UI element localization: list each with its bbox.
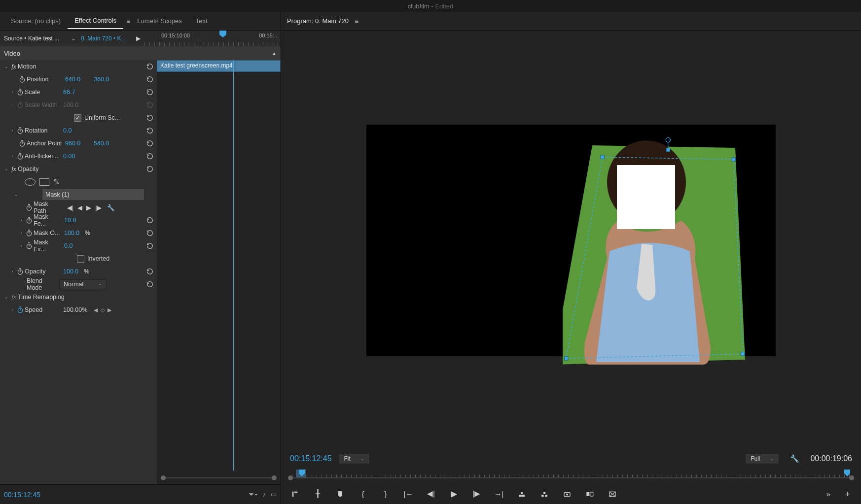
reset-button[interactable] bbox=[146, 127, 154, 134]
resolution-select[interactable]: Full ⌄ bbox=[745, 453, 779, 464]
effect-time-remap-row[interactable]: ⌄ fx Time Remapping bbox=[0, 291, 157, 303]
mask-name-label[interactable]: Mask (1) bbox=[42, 189, 144, 200]
stopwatch-icon[interactable] bbox=[16, 127, 25, 134]
reset-button[interactable] bbox=[146, 229, 154, 237]
scale-row[interactable]: › Scale 66.7 bbox=[0, 86, 157, 99]
twisty-icon[interactable]: › bbox=[9, 269, 16, 274]
mask-track-settings-icon[interactable]: 🔧 bbox=[107, 204, 115, 211]
safe-margins-icon[interactable] bbox=[608, 489, 617, 498]
mask-opacity-row[interactable]: › Mask O... 100.0 % bbox=[0, 227, 157, 239]
reset-button[interactable] bbox=[146, 280, 154, 288]
sequence-label[interactable]: 0. Main 720 • Ka... bbox=[78, 35, 132, 42]
reset-button[interactable] bbox=[146, 165, 154, 173]
stopwatch-icon[interactable] bbox=[25, 242, 34, 250]
play-only-icon[interactable]: ▶ bbox=[132, 35, 144, 42]
program-monitor-area[interactable] bbox=[281, 31, 861, 450]
panel-menu-icon[interactable]: ≡ bbox=[126, 17, 130, 25]
pen-mask-icon[interactable]: ✎ bbox=[53, 177, 60, 186]
antiflicker-row[interactable]: › Anti-flicker... 0.00 bbox=[0, 150, 157, 163]
twisty-icon[interactable]: › bbox=[18, 231, 25, 235]
playhead-line[interactable] bbox=[233, 60, 234, 470]
program-scrub-bar[interactable] bbox=[281, 468, 861, 483]
video-section-header[interactable]: Video ▲ bbox=[0, 46, 281, 60]
effect-motion-row[interactable]: ⌄ fx Motion bbox=[0, 60, 157, 73]
lift-icon[interactable] bbox=[517, 489, 527, 498]
mark-out-icon[interactable]: ╂ bbox=[313, 489, 323, 498]
position-x-value[interactable]: 640.0 bbox=[65, 76, 94, 83]
program-canvas[interactable] bbox=[366, 125, 776, 356]
stopwatch-icon[interactable] bbox=[16, 152, 25, 160]
fx-badge-icon[interactable]: fx bbox=[10, 63, 18, 70]
play-button[interactable]: ▶ bbox=[449, 489, 459, 499]
stopwatch-icon[interactable] bbox=[25, 229, 34, 237]
stopwatch-icon[interactable] bbox=[16, 306, 25, 314]
stopwatch-icon[interactable] bbox=[18, 139, 27, 147]
keyframe-nav[interactable]: ◀ ◇ ▶ bbox=[94, 307, 111, 313]
twisty-icon[interactable]: ⌄ bbox=[3, 295, 10, 300]
twisty-icon[interactable]: › bbox=[18, 218, 25, 223]
twisty-icon[interactable]: ⌄ bbox=[3, 64, 10, 69]
uniform-scale-row[interactable]: ✓ Uniform Sc... bbox=[0, 111, 157, 124]
prev-keyframe-icon[interactable]: ◀ bbox=[94, 307, 98, 313]
mask-row[interactable]: ⌄ Mask (1) bbox=[0, 188, 157, 201]
twisty-icon[interactable]: ⌄ bbox=[3, 167, 10, 171]
playhead-marker-icon[interactable] bbox=[219, 31, 226, 37]
step-fwd-icon[interactable]: |▶ bbox=[471, 489, 481, 498]
timeline-zoom-scroll[interactable] bbox=[159, 473, 279, 482]
mask-inverted-row[interactable]: Inverted bbox=[0, 252, 157, 265]
rotation-value[interactable]: 0.0 bbox=[63, 127, 92, 134]
tab-source[interactable]: Source: (no clips) bbox=[4, 13, 68, 29]
mask-step-fwd-icon[interactable]: |▶ bbox=[95, 204, 102, 211]
uniform-scale-checkbox[interactable]: ✓ bbox=[74, 114, 81, 122]
twisty-icon[interactable]: › bbox=[9, 307, 16, 312]
mask-track-fwd-icon[interactable]: ▶ bbox=[86, 204, 91, 211]
rotation-row[interactable]: › Rotation 0.0 bbox=[0, 124, 157, 137]
blend-mode-row[interactable]: Blend Mode Normal ⌄ bbox=[0, 278, 157, 291]
twisty-icon[interactable]: › bbox=[9, 128, 16, 133]
antiflicker-value[interactable]: 0.00 bbox=[63, 153, 92, 160]
mask-feather-row[interactable]: › Mask Fe... 10.0 bbox=[0, 214, 157, 227]
twisty-icon[interactable]: ⌄ bbox=[13, 192, 20, 197]
scroll-knob-left[interactable] bbox=[161, 475, 166, 480]
fx-badge-icon[interactable]: fx bbox=[10, 165, 18, 173]
zoom-knob-right[interactable] bbox=[849, 475, 854, 480]
comparison-view-icon[interactable] bbox=[585, 489, 595, 498]
effect-time-ruler[interactable]: 00:15:10:00 00:15:... bbox=[144, 31, 281, 46]
effect-playhead-timecode[interactable]: 00:15:12:45 bbox=[4, 491, 40, 499]
stopwatch-icon[interactable] bbox=[25, 203, 34, 211]
anchor-x-value[interactable]: 960.0 bbox=[65, 140, 94, 147]
mark-in-icon[interactable] bbox=[290, 489, 300, 498]
source-clip-label[interactable]: Source • Katie test ... bbox=[0, 35, 69, 42]
reset-button[interactable] bbox=[146, 114, 154, 122]
tab-lumetri-scopes[interactable]: Lumetri Scopes bbox=[130, 13, 188, 29]
mask-path-row[interactable]: Mask Path ◀| ◀ ▶ |▶ 🔧 bbox=[0, 201, 157, 214]
add-marker-icon[interactable] bbox=[335, 489, 345, 498]
mask-track-back-icon[interactable]: ◀| bbox=[67, 204, 73, 211]
mask-expansion-row[interactable]: › Mask Ex... 0.0 bbox=[0, 239, 157, 252]
tab-text[interactable]: Text bbox=[189, 13, 215, 29]
rect-mask-icon[interactable] bbox=[39, 178, 49, 186]
program-duration-timecode[interactable]: 00:00:19:06 bbox=[810, 454, 852, 463]
export-frame-icon[interactable] bbox=[562, 489, 572, 498]
speed-row[interactable]: › Speed 100.00% ◀ ◇ ▶ bbox=[0, 303, 157, 316]
settings-wrench-icon[interactable]: 🔧 bbox=[790, 454, 799, 463]
collapse-arrow-icon[interactable]: ▲ bbox=[272, 51, 277, 56]
twisty-icon[interactable]: › bbox=[9, 154, 16, 159]
reset-button[interactable] bbox=[146, 216, 154, 224]
reset-button[interactable] bbox=[146, 63, 154, 70]
reset-button[interactable] bbox=[146, 152, 154, 160]
scale-value[interactable]: 66.7 bbox=[63, 89, 92, 96]
reset-button[interactable] bbox=[146, 75, 154, 83]
opacity-value-row[interactable]: › Opacity 100.0 % bbox=[0, 265, 157, 278]
stopwatch-icon[interactable] bbox=[18, 75, 27, 83]
stopwatch-icon[interactable] bbox=[16, 88, 25, 96]
filter-icon[interactable]: ⏷▾ bbox=[248, 491, 258, 498]
inverted-checkbox[interactable] bbox=[77, 255, 84, 263]
mark-out-bracket-icon[interactable]: } bbox=[381, 490, 391, 498]
tab-effect-controls[interactable]: Effect Controls bbox=[68, 13, 123, 29]
next-keyframe-icon[interactable]: ▶ bbox=[108, 307, 111, 313]
extract-icon[interactable] bbox=[539, 489, 549, 498]
blend-mode-select[interactable]: Normal ⌄ bbox=[59, 279, 107, 289]
zoom-select[interactable]: Fit ⌄ bbox=[339, 453, 370, 464]
audio-icon[interactable]: ♪ bbox=[263, 491, 266, 498]
